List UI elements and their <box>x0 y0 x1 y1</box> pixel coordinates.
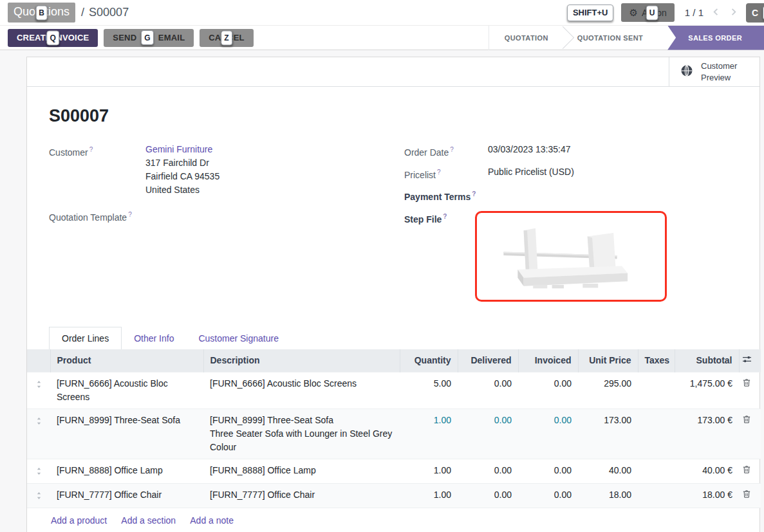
cell-taxes[interactable] <box>638 459 675 483</box>
pager-next-button[interactable] <box>729 7 738 19</box>
cell-taxes[interactable] <box>638 408 675 459</box>
column-header-description[interactable]: Description <box>203 349 400 372</box>
field-row-payment-terms: Payment Terms? <box>404 187 738 204</box>
record-action-bar: CREATE INVOICE Q SEND G EMAIL CANCEL Z Q… <box>0 26 764 50</box>
column-header-subtotal[interactable]: Subtotal <box>675 349 739 372</box>
content-area: Customer Preview S00007 Customer? Gemini… <box>0 50 764 532</box>
cell-taxes[interactable] <box>638 483 675 508</box>
column-header-invoiced[interactable]: Invoiced <box>518 349 578 372</box>
form-sheet: S00007 Customer? Gemini Furniture 317 Fa… <box>27 87 759 349</box>
cell-delivered[interactable]: 0.00 <box>458 483 518 508</box>
notebook-tabs: Order Lines Other Info Customer Signatur… <box>49 327 738 349</box>
cell-taxes[interactable] <box>638 372 675 408</box>
create-invoice-button[interactable]: CREATE INVOICE Q <box>8 29 98 47</box>
send-email-button[interactable]: SEND G EMAIL <box>104 29 194 47</box>
cell-description[interactable]: [FURN_8999] Three-Seat Sofa Three Seater… <box>203 408 400 459</box>
cell-invoiced[interactable]: 0.00 <box>518 483 578 508</box>
cell-unit-price[interactable]: 40.00 <box>578 459 638 483</box>
cell-invoiced[interactable]: 0.00 <box>518 408 578 459</box>
status-step-quotation-sent[interactable]: QUOTATION SENT <box>562 26 658 50</box>
cancel-button[interactable]: CANCEL Z <box>200 29 253 47</box>
pager-previous-button[interactable] <box>711 7 721 19</box>
add-a-section-link[interactable]: Add a section <box>121 515 176 526</box>
cell-delivered[interactable]: 0.00 <box>458 459 518 483</box>
field-grid: Customer? Gemini Furniture 317 Fairchild… <box>49 143 738 307</box>
tab-customer-signature[interactable]: Customer Signature <box>186 327 291 349</box>
create-button-partially-visible[interactable]: C <box>746 3 764 23</box>
cell-unit-price[interactable]: 18.00 <box>578 483 638 508</box>
drag-handle[interactable] <box>27 483 50 508</box>
help-icon: ? <box>472 190 476 197</box>
shift-u-hotkey-badge: SHIFT+U <box>567 5 614 21</box>
delete-row-button[interactable] <box>739 408 761 459</box>
cell-invoiced[interactable]: 0.00 <box>518 372 578 408</box>
column-header-taxes[interactable]: Taxes <box>638 349 675 372</box>
add-a-note-link[interactable]: Add a note <box>190 515 234 526</box>
status-bar: QUOTATION QUOTATION SENT SALES ORDER <box>489 26 764 50</box>
cell-unit-price[interactable]: 295.00 <box>578 372 638 408</box>
tab-other-info[interactable]: Other Info <box>122 327 186 349</box>
drag-handle[interactable] <box>27 372 50 408</box>
payment-terms-label: Payment Terms? <box>404 187 488 204</box>
step-file-3d-preview <box>498 219 644 293</box>
cell-quantity[interactable]: 1.00 <box>400 483 458 508</box>
record-action-buttons: CREATE INVOICE Q SEND G EMAIL CANCEL Z <box>8 29 254 47</box>
cell-quantity[interactable]: 1.00 <box>400 459 458 483</box>
help-icon: ? <box>443 213 447 220</box>
help-icon: ? <box>128 211 132 218</box>
table-header-row: Product Description Quantity Delivered I… <box>27 349 761 372</box>
field-row-order-date: Order Date? 03/03/2023 13:35:47 <box>404 143 738 160</box>
odoo-sales-order-screen: Quotations B / S00007 SHIFT+U ⚙ Action U… <box>0 0 764 532</box>
customer-value: Gemini Furniture 317 Fairchild Dr Fairfi… <box>145 143 219 197</box>
cell-quantity[interactable]: 1.00 <box>400 408 458 459</box>
customer-preview-label: Customer Preview <box>701 60 743 83</box>
add-a-product-link[interactable]: Add a product <box>51 515 107 526</box>
field-row-pricelist: Pricelist? Public Pricelist (USD) <box>404 165 738 182</box>
column-header-quantity[interactable]: Quantity <box>400 349 458 372</box>
cell-product[interactable]: [FURN_6666] Acoustic Bloc Screens <box>50 372 203 408</box>
cell-delivered[interactable]: 0.00 <box>458 372 518 408</box>
delete-row-button[interactable] <box>739 483 761 508</box>
optional-columns-button[interactable] <box>739 349 761 372</box>
drag-handle[interactable] <box>27 408 50 459</box>
customer-label: Customer? <box>49 143 145 197</box>
step-file-image-field[interactable] <box>475 211 667 302</box>
drag-handle-icon <box>36 416 42 427</box>
cell-invoiced[interactable]: 0.00 <box>518 459 578 483</box>
hotkey-badge-breadcrumb: B <box>35 5 48 20</box>
delete-row-button[interactable] <box>739 372 761 408</box>
cell-description[interactable]: [FURN_6666] Acoustic Bloc Screens <box>203 372 400 408</box>
form-button-box: Customer Preview <box>27 57 759 87</box>
chevron-left-icon <box>711 7 721 19</box>
field-column-right: Order Date? 03/03/2023 13:35:47 Pricelis… <box>404 143 738 307</box>
action-menu-button[interactable]: ⚙ Action U <box>621 3 674 22</box>
pricelist-field[interactable]: Public Pricelist (USD) <box>488 165 574 182</box>
delete-row-button[interactable] <box>739 459 761 483</box>
cell-description[interactable]: [FURN_8888] Office Lamp <box>203 459 400 483</box>
breadcrumb-quotations-link[interactable]: Quotations B <box>8 3 75 23</box>
tab-order-lines[interactable]: Order Lines <box>49 327 122 349</box>
customer-preview-button[interactable]: Customer Preview <box>669 57 759 86</box>
cell-unit-price[interactable]: 173.00 <box>578 408 638 459</box>
customer-address-line1: 317 Fairchild Dr <box>145 156 219 170</box>
status-step-sales-order-active[interactable]: SALES ORDER <box>667 26 764 50</box>
order-date-field[interactable]: 03/03/2023 13:35:47 <box>488 143 570 160</box>
drag-handle[interactable] <box>27 459 50 483</box>
customer-link[interactable]: Gemini Furniture <box>145 144 212 154</box>
cell-product[interactable]: [FURN_7777] Office Chair <box>50 483 203 508</box>
cell-product[interactable]: [FURN_8888] Office Lamp <box>50 459 203 483</box>
hotkey-badge-send-email: G <box>141 30 154 45</box>
trash-icon <box>743 416 750 426</box>
cell-delivered[interactable]: 0.00 <box>458 408 518 459</box>
cell-quantity[interactable]: 5.00 <box>400 372 458 408</box>
cell-product[interactable]: [FURN_8999] Three-Seat Sofa <box>50 408 203 459</box>
column-header-delivered[interactable]: Delivered <box>458 349 518 372</box>
column-header-product[interactable]: Product <box>50 349 203 372</box>
sales-order-form-card: Customer Preview S00007 Customer? Gemini… <box>26 57 760 532</box>
cell-description[interactable]: [FURN_7777] Office Chair <box>203 483 400 508</box>
order-lines-table: Product Description Quantity Delivered I… <box>27 349 761 532</box>
description-line-1: [FURN_8999] Three-Seat Sofa <box>210 415 333 425</box>
quotation-template-label: Quotation Template? <box>49 208 145 225</box>
column-header-unit-price[interactable]: Unit Price <box>578 349 638 372</box>
field-row-quotation-template: Quotation Template? <box>49 208 404 225</box>
